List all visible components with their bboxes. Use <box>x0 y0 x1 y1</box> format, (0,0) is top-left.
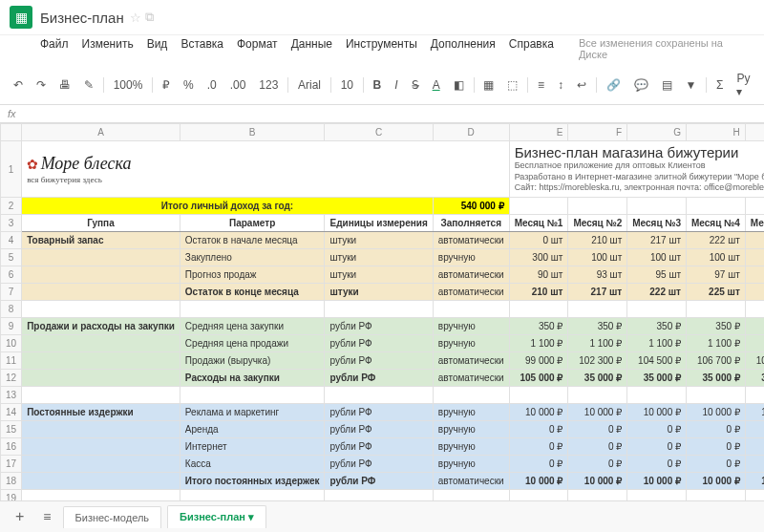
undo-icon[interactable]: ↶ <box>10 76 27 94</box>
toolbar: ↶ ↷ 🖶 ✎ 100% ₽ % .0 .00 123 Arial 10 B I… <box>0 66 764 105</box>
strike-icon[interactable]: S̶ <box>408 76 423 94</box>
functions-icon[interactable]: Σ <box>712 76 727 94</box>
print-icon[interactable]: 🖶 <box>55 76 74 94</box>
title-bar: ▦ Бизнес-план ☆ ⧉ <box>0 0 764 35</box>
save-status: Все изменения сохранены на Диске <box>579 37 754 60</box>
menu-view[interactable]: Вид <box>147 37 168 60</box>
currency-icon[interactable]: ₽ <box>159 76 174 94</box>
italic-icon[interactable]: I <box>391 76 401 94</box>
menu-file[interactable]: Файл <box>40 37 69 60</box>
wrap-icon[interactable]: ↩ <box>573 76 590 94</box>
text-color-icon[interactable]: A <box>429 76 444 94</box>
sheets-logo-icon: ▦ <box>10 6 32 29</box>
font-select[interactable]: Arial <box>294 76 325 94</box>
menu-bar: Файл Изменить Вид Вставка Формат Данные … <box>0 35 764 66</box>
menu-format[interactable]: Формат <box>237 37 278 60</box>
all-sheets-icon[interactable]: ≡ <box>37 509 56 512</box>
filter-icon[interactable]: ▼ <box>682 76 701 94</box>
inc-dec-icon[interactable]: .00 <box>226 76 250 94</box>
dec-dec-icon[interactable]: .0 <box>203 76 221 94</box>
merge-icon[interactable]: ⬚ <box>503 76 521 94</box>
fill-color-icon[interactable]: ◧ <box>450 76 468 94</box>
link-icon[interactable]: 🔗 <box>603 76 625 94</box>
tab-model[interactable]: Бизнес-модель <box>63 506 162 513</box>
format-more[interactable]: 123 <box>255 76 282 94</box>
bold-icon[interactable]: B <box>370 76 386 94</box>
move-icon[interactable]: ⧉ <box>145 10 154 25</box>
formula-input[interactable] <box>26 108 756 119</box>
tab-plan[interactable]: Бизнес-план ▾ <box>167 505 266 512</box>
menu-addons[interactable]: Дополнения <box>431 37 496 60</box>
borders-icon[interactable]: ▦ <box>479 76 498 94</box>
menu-insert[interactable]: Вставка <box>180 37 223 60</box>
comment-icon[interactable]: 💬 <box>630 76 652 94</box>
halign-icon[interactable]: ≡ <box>534 76 548 94</box>
add-sheet-icon[interactable]: + <box>8 508 32 512</box>
doc-title[interactable]: Бизнес-план <box>40 10 124 26</box>
menu-data[interactable]: Данные <box>291 37 332 60</box>
fx-label: fx <box>8 108 16 119</box>
star-icon[interactable]: ☆ <box>130 11 141 25</box>
sheet-grid[interactable]: ABCDEFGHIJKLM1✿ Море блескався бижутерия… <box>0 123 764 512</box>
chart-icon[interactable]: ▤ <box>658 76 676 94</box>
paint-icon[interactable]: ✎ <box>80 76 97 94</box>
zoom-select[interactable]: 100% <box>110 76 147 94</box>
menu-help[interactable]: Справка <box>509 37 554 60</box>
percent-icon[interactable]: % <box>180 76 198 94</box>
font-size[interactable]: 10 <box>337 76 357 94</box>
menu-tools[interactable]: Инструменты <box>346 37 417 60</box>
formula-bar: fx <box>0 105 764 123</box>
valign-icon[interactable]: ↕ <box>554 76 567 94</box>
sheet-tabs: + ≡ Бизнес-модель Бизнес-план ▾ <box>0 500 764 512</box>
lang-icon[interactable]: Ру ▾ <box>732 70 754 100</box>
redo-icon[interactable]: ↷ <box>32 76 50 94</box>
menu-edit[interactable]: Изменить <box>82 37 134 60</box>
